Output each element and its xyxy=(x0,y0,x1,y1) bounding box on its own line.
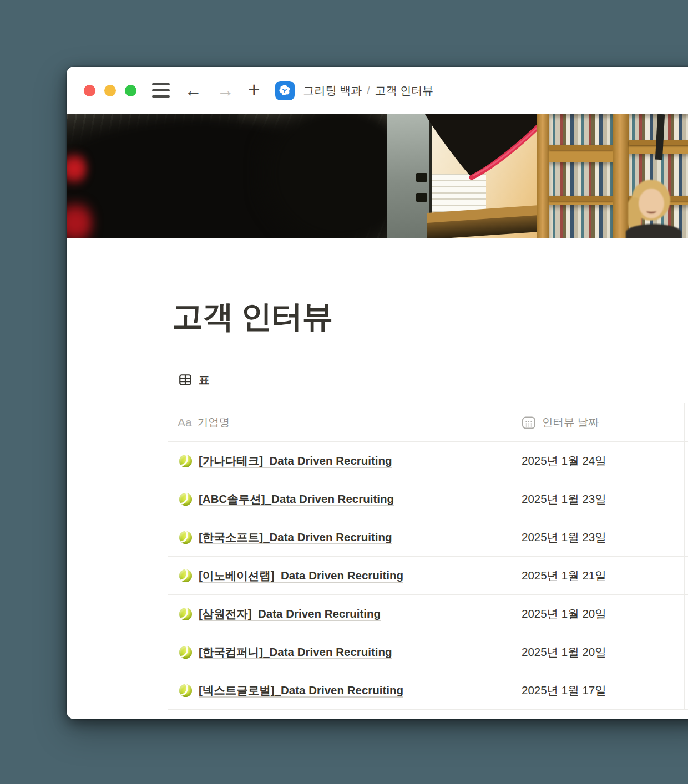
table-grid-icon xyxy=(179,374,191,385)
tennis-ball-icon xyxy=(179,455,192,467)
bookshelf-board xyxy=(549,145,613,150)
sidebar-menu-button[interactable] xyxy=(152,83,170,98)
breadcrumb-current[interactable]: 고객 인터뷰 xyxy=(375,83,434,98)
database-table: Aa 기업명 인터뷰 날짜 xyxy=(168,403,688,715)
column-stub xyxy=(684,403,688,441)
tennis-ball-icon xyxy=(179,569,192,582)
tennis-ball-icon xyxy=(179,608,192,620)
hamburger-icon xyxy=(152,95,170,98)
table-row: [한국컴퍼니]_Data Driven Recruiting 2025년 1월 … xyxy=(168,633,688,671)
workspace-app-icon[interactable] xyxy=(275,81,295,100)
bookshelf-books xyxy=(549,114,613,145)
date-cell[interactable]: 2025년 1월 23일 xyxy=(514,480,684,518)
breadcrumb: 그리팅 백과 / 고객 인터뷰 xyxy=(303,83,434,98)
tennis-ball-icon xyxy=(179,493,192,506)
hamburger-icon xyxy=(152,89,170,91)
page-link[interactable]: [삼원전자]_Data Driven Recruiting xyxy=(199,606,381,622)
page-title: 고객 인터뷰 xyxy=(172,296,688,338)
text-type-icon: Aa xyxy=(178,416,192,429)
column-header-label: 인터뷰 날짜 xyxy=(542,415,599,430)
table-header-row: Aa 기업명 인터뷰 날짜 xyxy=(168,403,688,441)
date-cell[interactable]: 2025년 1월 20일 xyxy=(514,595,684,633)
column-stub xyxy=(684,480,688,518)
table-bottom-divider xyxy=(168,709,688,715)
cover-smiling-woman xyxy=(621,175,688,238)
calendar-icon xyxy=(522,415,536,430)
page-link[interactable]: [넥스트글로벌]_Data Driven Recruiting xyxy=(199,683,403,698)
breadcrumb-separator: / xyxy=(367,84,370,97)
bookshelf-books xyxy=(549,205,613,238)
page-link[interactable]: [한국컴퍼니]_Data Driven Recruiting xyxy=(199,644,392,660)
column-stub xyxy=(684,595,688,633)
bookshelf-board xyxy=(549,196,613,201)
minimize-button[interactable] xyxy=(104,85,116,96)
page-content: 고객 인터뷰 표 Aa 기업명 xyxy=(67,296,688,715)
column-stub xyxy=(684,557,688,594)
date-cell[interactable]: 2025년 1월 17일 xyxy=(514,671,684,709)
column-stub xyxy=(684,442,688,480)
column-stub xyxy=(684,671,688,709)
view-tab-label: 표 xyxy=(199,373,210,388)
cover-image xyxy=(67,114,688,238)
column-header-date[interactable]: 인터뷰 날짜 xyxy=(514,403,684,441)
tennis-ball-icon xyxy=(179,646,192,659)
hamburger-icon xyxy=(152,83,170,85)
app-window: ← → + 그리팅 백과 / 고객 인터뷰 xyxy=(67,67,688,719)
table-row: [ABC솔루션]_Data Driven Recruiting 2025년 1월… xyxy=(168,480,688,518)
table-row: [이노베이션랩]_Data Driven Recruiting 2025년 1월… xyxy=(168,556,688,594)
tab-table-view[interactable]: 표 xyxy=(179,371,210,388)
new-tab-plus-icon[interactable]: + xyxy=(248,79,260,100)
tennis-ball-icon xyxy=(179,684,192,697)
breadcrumb-parent[interactable]: 그리팅 백과 xyxy=(303,83,362,98)
page-link[interactable]: [한국소프트]_Data Driven Recruiting xyxy=(199,530,392,545)
table-row: [한국소프트]_Data Driven Recruiting 2025년 1월 … xyxy=(168,518,688,556)
cover-panel-hinge xyxy=(416,193,427,202)
date-cell[interactable]: 2025년 1월 24일 xyxy=(514,442,684,480)
column-stub xyxy=(684,633,688,671)
page-link[interactable]: [가나다테크]_Data Driven Recruiting xyxy=(199,453,392,469)
zoom-button[interactable] xyxy=(125,85,136,96)
table-row: [넥스트글로벌]_Data Driven Recruiting 2025년 1월… xyxy=(168,671,688,709)
close-button[interactable] xyxy=(84,85,95,96)
tennis-ball-icon xyxy=(179,531,192,544)
page-link[interactable]: [ABC솔루션]_Data Driven Recruiting xyxy=(199,491,394,507)
table-row: [가나다테크]_Data Driven Recruiting 2025년 1월 … xyxy=(168,441,688,480)
column-header-label: 기업명 xyxy=(198,415,230,430)
window-titlebar: ← → + 그리팅 백과 / 고객 인터뷰 xyxy=(67,67,688,114)
forward-arrow-icon[interactable]: → xyxy=(217,82,234,99)
back-arrow-icon[interactable]: ← xyxy=(185,82,202,99)
table-row: [삼원전자]_Data Driven Recruiting 2025년 1월 2… xyxy=(168,594,688,633)
date-cell[interactable]: 2025년 1월 20일 xyxy=(514,633,684,671)
traffic-lights xyxy=(84,85,136,96)
date-cell[interactable]: 2025년 1월 23일 xyxy=(514,518,684,556)
bookshelf-books xyxy=(549,162,613,196)
cover-softbox-flag xyxy=(422,114,553,184)
bookshelf-post xyxy=(537,114,549,238)
column-stub xyxy=(684,518,688,556)
date-cell[interactable]: 2025년 1월 21일 xyxy=(514,557,684,594)
column-header-company[interactable]: Aa 기업명 xyxy=(168,403,514,441)
page-link[interactable]: [이노베이션랩]_Data Driven Recruiting xyxy=(199,568,403,583)
notion-clover-icon xyxy=(278,84,291,97)
